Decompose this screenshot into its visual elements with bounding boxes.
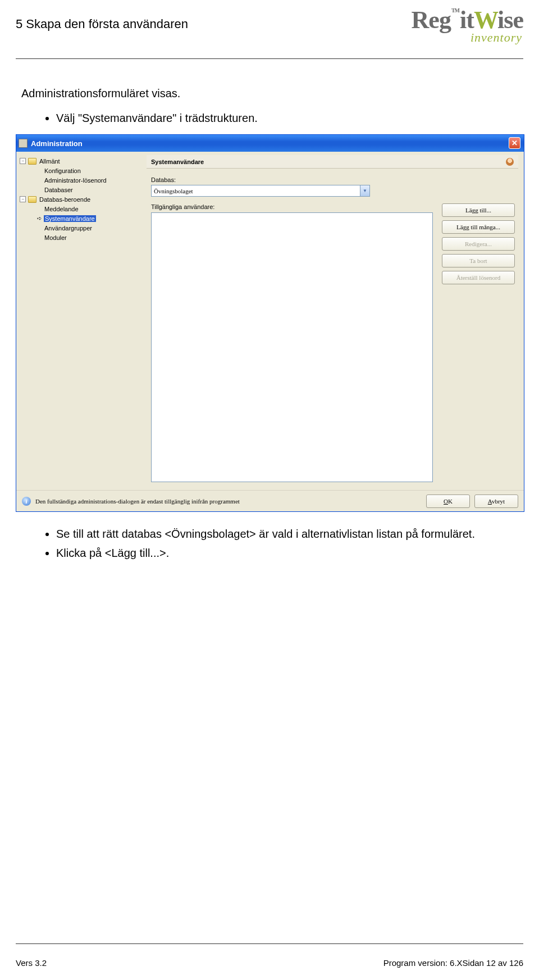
collapse-icon[interactable]: − bbox=[20, 158, 26, 164]
bullet-item: Klicka på <Lägg till...>. bbox=[56, 545, 518, 561]
pane-title: Systemanvändare bbox=[151, 158, 204, 165]
folder-icon bbox=[28, 196, 36, 203]
tree-node[interactable]: Allmänt bbox=[39, 158, 60, 165]
tree-node[interactable]: Databaser bbox=[44, 187, 73, 193]
users-label: Tillgängliga användare: bbox=[151, 203, 435, 210]
window-footer: i Den fullständiga administrations-dialo… bbox=[16, 490, 524, 511]
database-label: Databas: bbox=[151, 176, 435, 183]
pointer-icon: ➪ bbox=[36, 215, 42, 221]
logo-part: Reg bbox=[412, 6, 451, 34]
database-combo[interactable]: ▼ bbox=[151, 185, 370, 197]
chevron-down-icon[interactable]: ▼ bbox=[360, 185, 370, 197]
folder-icon bbox=[28, 158, 36, 165]
cancel-button[interactable]: Avbryt bbox=[474, 494, 518, 508]
reset-password-button[interactable]: Återställ lösenord bbox=[442, 271, 515, 284]
tree-node-selected[interactable]: Systemanvändare bbox=[44, 215, 96, 222]
user-icon bbox=[506, 158, 514, 166]
footer-info-text: Den fullständiga administrations-dialoge… bbox=[35, 498, 240, 505]
tm-mark: TM bbox=[451, 7, 460, 13]
tree-node[interactable]: Meddelande bbox=[44, 206, 79, 212]
brand-logo: RegTMitWise inventory bbox=[412, 8, 523, 44]
logo-part: W bbox=[474, 6, 497, 34]
window-title: Administration bbox=[31, 139, 83, 148]
window-titlebar[interactable]: Administration ✕ bbox=[16, 135, 524, 152]
nav-tree[interactable]: −Allmänt Konfiguration Administrator-lös… bbox=[16, 152, 145, 490]
ok-button[interactable]: OK bbox=[426, 494, 470, 508]
add-many-button[interactable]: Lägg till många... bbox=[442, 220, 515, 234]
pane-header: Systemanvändare bbox=[147, 155, 518, 169]
page-number: Program version: 6.XSidan 12 av 126 bbox=[383, 958, 523, 968]
admin-window: Administration ✕ −Allmänt Konfiguration … bbox=[16, 134, 524, 512]
collapse-icon[interactable]: − bbox=[20, 196, 26, 202]
bullet-item: Välj "Systemanvändare" i trädstrukturen. bbox=[56, 110, 518, 126]
tree-node[interactable]: Användargrupper bbox=[44, 225, 92, 232]
bullet-item: Se till att rätt databas <Övningsbolaget… bbox=[56, 525, 518, 542]
database-input[interactable] bbox=[151, 185, 360, 197]
add-button[interactable]: Lägg till... bbox=[442, 203, 515, 217]
delete-button[interactable]: Ta bort bbox=[442, 254, 515, 267]
info-icon: i bbox=[22, 497, 31, 506]
logo-part: ise bbox=[497, 6, 523, 34]
footer-rule bbox=[16, 943, 523, 944]
logo-part: it bbox=[460, 6, 474, 34]
tree-node[interactable]: Databas-beroende bbox=[39, 196, 90, 203]
tree-node[interactable]: Administrator-lösenord bbox=[44, 177, 107, 184]
users-listbox[interactable] bbox=[151, 212, 433, 482]
tree-node[interactable]: Moduler bbox=[44, 234, 67, 241]
header-rule bbox=[16, 58, 523, 59]
tree-node[interactable]: Konfiguration bbox=[44, 167, 81, 174]
close-icon[interactable]: ✕ bbox=[509, 137, 520, 149]
window-icon bbox=[19, 139, 28, 148]
edit-button[interactable]: Redigera... bbox=[442, 237, 515, 251]
version-text: Vers 3.2 bbox=[16, 958, 47, 968]
intro-text: Administrationsformuläret visas. bbox=[21, 85, 518, 102]
section-title: 5 Skapa den första användaren bbox=[16, 10, 188, 31]
